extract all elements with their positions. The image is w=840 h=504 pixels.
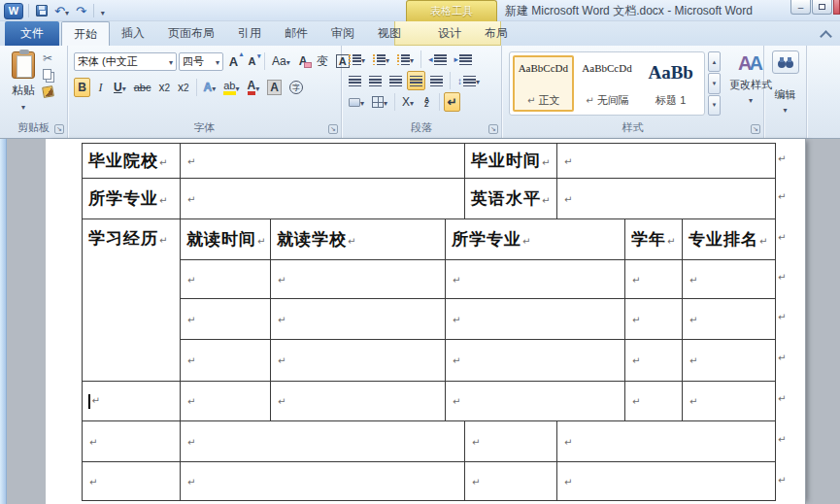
word-logo-icon[interactable]: W	[4, 3, 23, 19]
align-center-button[interactable]	[366, 71, 385, 90]
styles-dialog-launcher[interactable]	[751, 124, 760, 134]
borders-button[interactable]	[369, 92, 390, 112]
underline-button[interactable]: U	[111, 78, 129, 97]
table-cell-empty[interactable]: ↵	[625, 382, 683, 421]
clear-formatting-button[interactable]: A	[295, 51, 312, 71]
increase-indent-button[interactable]	[452, 50, 476, 69]
styles-scroll-down[interactable]: ▼	[708, 73, 721, 93]
undo-button[interactable]: ↶	[52, 3, 71, 19]
table-cell-empty[interactable]: ↵	[557, 421, 776, 462]
align-left-button[interactable]	[346, 71, 364, 90]
qat-customize-button[interactable]	[99, 3, 107, 19]
cell-graduate-school-value[interactable]: ↵	[181, 144, 465, 179]
table-cell-empty[interactable]: ↵	[83, 462, 181, 501]
tab-view[interactable]: 视图	[366, 21, 413, 46]
table-cell-empty[interactable]: ↵	[181, 260, 271, 299]
styles-more-button[interactable]: ▼	[708, 95, 721, 116]
table-cell-empty[interactable]: ↵	[683, 260, 776, 299]
table-cell-empty[interactable]: ↵	[683, 382, 776, 421]
table-cell-empty[interactable]: ↵	[271, 340, 446, 382]
table-cell-empty[interactable]: ↵	[446, 299, 625, 340]
restore-button[interactable]	[812, 0, 832, 15]
cell-study-school-header[interactable]: 就读学校↵	[271, 219, 446, 260]
justify-button[interactable]	[407, 71, 425, 90]
tab-home[interactable]: 开始	[61, 21, 110, 46]
table-cell-empty[interactable]: ↵	[181, 340, 271, 382]
superscript-button[interactable]: x2	[175, 78, 192, 97]
cell-school-year-header[interactable]: 学年↵	[625, 219, 683, 260]
cell-english-level-value[interactable]: ↵	[557, 179, 776, 219]
copy-button[interactable]	[43, 69, 53, 83]
table-cell-empty[interactable]: ↵	[683, 340, 776, 382]
table-cell-empty[interactable]: ↵	[465, 421, 557, 462]
close-button[interactable]	[833, 0, 840, 15]
style-heading1[interactable]: AaBb 标题 1	[640, 55, 701, 112]
table-cell-empty[interactable]: ↵	[271, 382, 446, 421]
paragraph-dialog-launcher[interactable]	[488, 124, 498, 134]
cell-major-value[interactable]: ↵	[181, 179, 465, 219]
grow-font-button[interactable]: A	[225, 51, 242, 71]
enclose-characters-button[interactable]: 字	[286, 78, 306, 97]
distribute-button[interactable]	[427, 71, 446, 90]
table-cell-empty[interactable]: ↵	[625, 299, 683, 340]
multilevel-list-button[interactable]	[394, 50, 417, 69]
table-cell-empty[interactable]: ↵	[181, 299, 271, 340]
style-normal[interactable]: AaBbCcDd ↵ 正文	[513, 55, 574, 112]
decrease-indent-button[interactable]	[425, 50, 450, 69]
tab-references[interactable]: 引用	[226, 21, 273, 46]
shrink-font-button[interactable]: A	[244, 51, 260, 71]
table-cell-empty[interactable]: ↵	[83, 421, 181, 462]
cell-english-level[interactable]: 英语水平↵	[465, 179, 557, 219]
tab-review[interactable]: 审阅	[319, 21, 366, 46]
tab-design[interactable]: 设计	[426, 21, 473, 46]
cut-button[interactable]: ✂	[43, 51, 53, 65]
font-dialog-launcher[interactable]	[328, 124, 338, 134]
bold-button[interactable]: B	[74, 78, 90, 97]
tab-insert[interactable]: 插入	[110, 21, 156, 46]
asian-layout-button[interactable]: X	[399, 92, 417, 112]
sort-button[interactable]: AZ	[419, 92, 435, 112]
styles-scroll-up[interactable]: ▲	[708, 51, 721, 72]
tab-layout[interactable]: 布局	[473, 21, 520, 46]
italic-button[interactable]: I	[92, 78, 109, 97]
numbering-button[interactable]	[370, 50, 392, 69]
table-cell-empty[interactable]: ↵	[181, 421, 465, 462]
document-page[interactable]: 毕业院校↵ ↵ 毕业时间↵ ↵ 所学专业↵ ↵ 英语水平↵ ↵ 学习经历↵ 就读…	[46, 139, 806, 504]
tab-file[interactable]: 文件	[5, 21, 59, 46]
cell-with-cursor[interactable]: ↵	[83, 382, 181, 421]
change-case-button[interactable]: Aa	[269, 51, 293, 71]
table-cell-empty[interactable]: ↵	[465, 462, 557, 501]
character-shading-button[interactable]: A	[264, 78, 285, 97]
save-button[interactable]	[34, 3, 50, 19]
subscript-button[interactable]: x2	[155, 78, 173, 97]
align-right-button[interactable]	[386, 71, 405, 90]
table-cell-empty[interactable]: ↵	[625, 340, 683, 382]
cell-study-time-header[interactable]: 就读时间↵	[181, 219, 271, 260]
bullets-button[interactable]	[346, 50, 368, 69]
table-cell-empty[interactable]: ↵	[181, 382, 271, 421]
minimize-button[interactable]: –	[790, 0, 811, 15]
undo-dropdown-icon[interactable]	[65, 4, 69, 18]
table-cell-empty[interactable]: ↵	[557, 462, 776, 501]
table-cell-empty[interactable]: ↵	[446, 260, 625, 299]
cell-study-experience[interactable]: 学习经历↵	[83, 219, 181, 382]
phonetic-guide-button[interactable]: 变	[314, 51, 331, 71]
line-spacing-button[interactable]	[454, 71, 483, 90]
table-cell-empty[interactable]: ↵	[446, 382, 625, 421]
style-no-spacing[interactable]: AaBbCcDd ↵ 无间隔	[577, 55, 638, 112]
paste-dropdown-icon[interactable]	[21, 99, 25, 113]
cell-graduate-time-value[interactable]: ↵	[557, 144, 776, 179]
cell-graduate-school[interactable]: 毕业院校↵	[83, 144, 181, 179]
cell-major-rank-header[interactable]: 专业排名↵	[683, 219, 776, 260]
editing-dropdown-icon[interactable]	[783, 102, 787, 116]
table-cell-empty[interactable]: ↵	[181, 462, 465, 501]
table-cell-empty[interactable]: ↵	[446, 340, 625, 382]
text-effects-button[interactable]: A	[201, 78, 219, 97]
minimize-ribbon-icon[interactable]	[822, 30, 830, 36]
format-painter-button[interactable]	[43, 86, 53, 100]
clipboard-dialog-launcher[interactable]	[54, 124, 64, 134]
cell-major[interactable]: 所学专业↵	[83, 179, 181, 219]
table-cell-empty[interactable]: ↵	[271, 299, 446, 340]
shading-button[interactable]	[346, 92, 367, 112]
font-name-select[interactable]: 宋体 (中文正	[74, 52, 177, 71]
